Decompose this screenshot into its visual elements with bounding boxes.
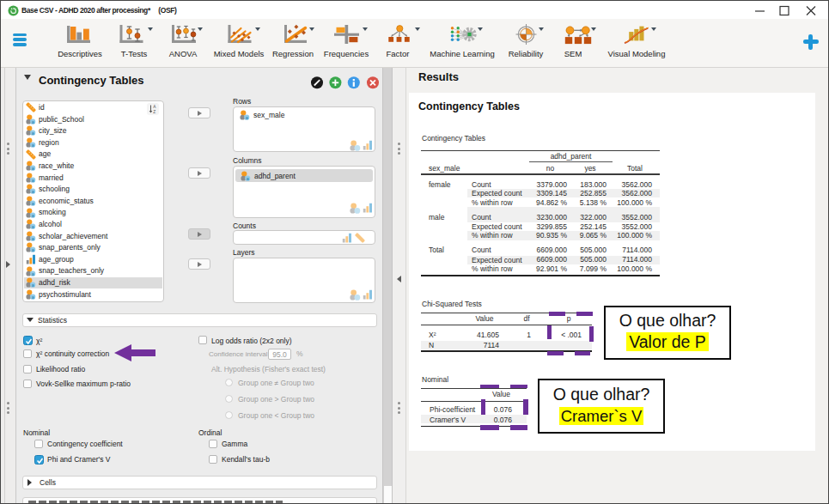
svg-text:A: A [153,105,156,109]
svg-text:Z: Z [153,110,155,114]
